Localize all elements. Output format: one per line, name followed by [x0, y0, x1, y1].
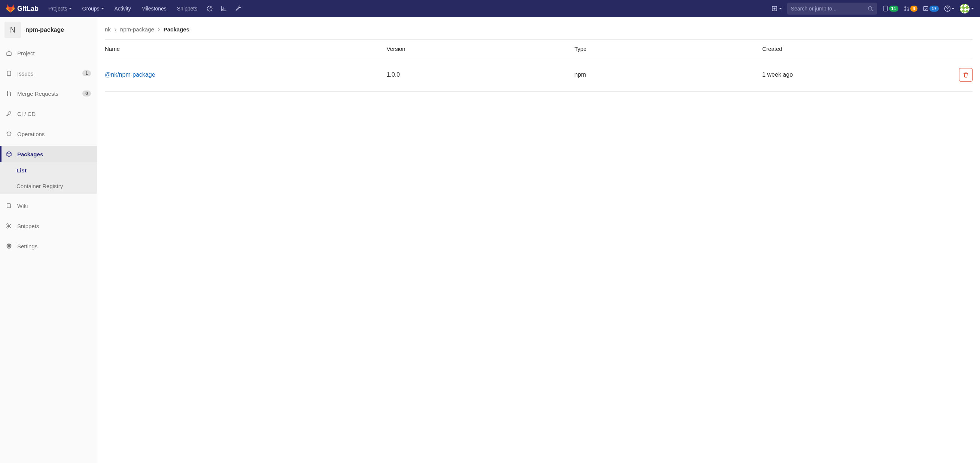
search-icon	[867, 6, 873, 11]
todo-icon	[923, 6, 929, 11]
wrench-icon	[235, 5, 242, 12]
svg-point-16	[7, 227, 8, 228]
sidebar-item-settings[interactable]: Settings	[0, 238, 97, 254]
brand-label: GitLab	[17, 5, 38, 13]
issues-badge: 11	[889, 6, 898, 11]
avatar-icon	[960, 4, 969, 13]
sidebar-label: Operations	[17, 131, 45, 137]
packages-subnav: List Container Registry	[0, 162, 97, 194]
package-type: npm	[574, 71, 762, 78]
chevron-down-icon	[101, 8, 104, 11]
col-header-created: Created	[762, 46, 950, 52]
global-search[interactable]	[787, 3, 877, 14]
project-sidebar: N npm-package Project Issues 1 Merge Req…	[0, 17, 97, 463]
sidebar-item-operations[interactable]: Operations	[0, 126, 97, 142]
todos-counter[interactable]: 17	[923, 6, 939, 11]
table-header-row: Name Version Type Created	[105, 40, 972, 58]
gauge-icon-button[interactable]	[203, 0, 216, 17]
chevron-down-icon	[69, 8, 72, 11]
sidebar-label: Wiki	[17, 203, 28, 209]
operations-icon	[6, 131, 12, 137]
svg-point-2	[868, 7, 872, 10]
home-icon	[6, 50, 12, 56]
breadcrumb: nk npm-package Packages	[105, 23, 972, 40]
sidebar-item-cicd[interactable]: CI / CD	[0, 105, 97, 122]
search-input[interactable]	[791, 6, 867, 11]
merge-request-icon	[904, 6, 910, 11]
package-name-link[interactable]: @nk/npm-package	[105, 71, 387, 78]
sidebar-label: Issues	[17, 70, 33, 77]
tanuki-icon	[6, 4, 15, 13]
rocket-icon	[6, 111, 12, 117]
sidebar-label: Packages	[17, 151, 43, 157]
book-icon	[6, 203, 12, 209]
help-dropdown[interactable]	[944, 5, 955, 12]
trash-icon	[963, 72, 969, 78]
new-dropdown[interactable]	[772, 6, 782, 11]
scissors-icon	[6, 223, 12, 229]
breadcrumb-project[interactable]: npm-package	[120, 26, 154, 33]
svg-point-4	[905, 7, 906, 8]
nav-activity[interactable]: Activity	[110, 0, 135, 17]
project-header[interactable]: N npm-package	[0, 17, 97, 45]
svg-point-13	[10, 95, 11, 96]
nav-projects[interactable]: Projects	[44, 0, 76, 17]
main-content: nk npm-package Packages Name Version Typ…	[97, 17, 980, 463]
nav-groups[interactable]: Groups	[78, 0, 108, 17]
chart-icon-button[interactable]	[218, 0, 230, 17]
svg-point-15	[7, 224, 8, 225]
package-created: 1 week ago	[762, 71, 950, 78]
sidebar-label: Merge Requests	[17, 90, 58, 97]
package-version: 1.0.0	[387, 71, 574, 78]
chevron-down-icon	[951, 8, 955, 11]
sidebar-label: Project	[17, 50, 35, 57]
col-header-version: Version	[387, 46, 574, 52]
issues-counter[interactable]: 11	[882, 6, 898, 11]
nav-snippets[interactable]: Snippets	[173, 0, 202, 17]
breadcrumb-root[interactable]: nk	[105, 26, 111, 33]
svg-rect-7	[923, 7, 928, 11]
admin-wrench-button[interactable]	[232, 0, 245, 17]
delete-package-button[interactable]	[959, 68, 972, 81]
svg-rect-10	[7, 71, 11, 76]
sidebar-item-snippets[interactable]: Snippets	[0, 218, 97, 234]
gitlab-logo[interactable]: GitLab	[6, 4, 38, 13]
mr-counter[interactable]: 4	[904, 6, 918, 11]
gauge-icon	[206, 5, 213, 12]
breadcrumb-current: Packages	[164, 26, 189, 33]
issues-count-chip: 1	[82, 70, 91, 76]
nav-projects-label: Projects	[48, 6, 67, 11]
sidebar-item-issues[interactable]: Issues 1	[0, 65, 97, 81]
svg-rect-3	[883, 6, 887, 11]
question-circle-icon	[944, 5, 951, 12]
table-row: @nk/npm-package 1.0.0 npm 1 week ago	[105, 58, 972, 92]
merge-request-icon	[6, 90, 12, 97]
chevron-down-icon	[779, 8, 782, 11]
packages-table: Name Version Type Created @nk/npm-packag…	[105, 40, 972, 92]
sidebar-sub-container-registry[interactable]: Container Registry	[0, 178, 97, 194]
sidebar-item-wiki[interactable]: Wiki	[0, 197, 97, 214]
user-menu[interactable]	[960, 4, 974, 13]
svg-point-9	[947, 10, 948, 10]
chevron-down-icon	[971, 8, 974, 11]
sidebar-item-merge-requests[interactable]: Merge Requests 0	[0, 85, 97, 102]
sidebar-label: Snippets	[17, 223, 39, 229]
nav-milestones[interactable]: Milestones	[137, 0, 171, 17]
project-name-label: npm-package	[25, 27, 64, 33]
sidebar-label: CI / CD	[17, 111, 35, 117]
chevron-right-icon	[157, 26, 161, 33]
sidebar-item-packages[interactable]: Packages	[0, 146, 97, 162]
chevron-right-icon	[114, 26, 117, 33]
todos-badge: 17	[929, 6, 939, 11]
bar-chart-icon	[221, 5, 227, 12]
svg-point-6	[908, 10, 909, 11]
svg-point-14	[7, 132, 11, 136]
svg-point-11	[7, 92, 8, 93]
sidebar-sub-list[interactable]: List	[0, 162, 97, 178]
issue-icon	[6, 70, 12, 76]
navbar-left-group: GitLab Projects Groups Activity Mileston…	[6, 0, 245, 17]
sidebar-item-project[interactable]: Project	[0, 45, 97, 61]
svg-point-17	[8, 245, 10, 247]
package-icon	[6, 151, 12, 157]
issue-icon	[882, 6, 888, 11]
